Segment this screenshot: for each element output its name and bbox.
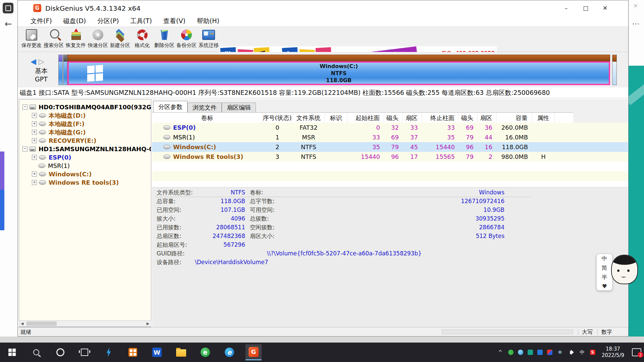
- tray-netdisk-icon[interactable]: [537, 350, 543, 355]
- table-row-2[interactable]: Windows(C:)2NTFS357945154409616118.0GB: [152, 142, 628, 152]
- disk-info-bar: 磁盘1 接口:SATA 型号:SAMSUNGMZNLN128HAHQ-000H1…: [18, 87, 628, 98]
- tree-item-6[interactable]: +ESP(0): [32, 153, 71, 162]
- partition-icon: [39, 155, 46, 160]
- column-header-5[interactable]: 磁头: [384, 113, 403, 123]
- maximize-button[interactable]: □: [576, 0, 595, 16]
- column-header-11[interactable]: 属性: [532, 113, 555, 123]
- tab-2[interactable]: 扇区编辑: [222, 103, 256, 112]
- tree-item-5[interactable]: −HD1:SAMSUNGMZNLN128HAHQ-000: [22, 145, 151, 153]
- task-view-icon[interactable]: [76, 344, 93, 360]
- tree-expander-icon[interactable]: −: [22, 146, 28, 152]
- column-header-8[interactable]: 磁头: [459, 113, 478, 123]
- menu-item-0[interactable]: 文件(F): [31, 17, 52, 25]
- column-header-4[interactable]: 起始柱面: [347, 113, 384, 123]
- minimize-button[interactable]: –: [556, 0, 576, 16]
- tree-item-3[interactable]: +本地磁盘(G:): [32, 128, 86, 136]
- tab-1[interactable]: 浏览文件: [187, 103, 222, 112]
- back-arrow-icon[interactable]: ←: [5, 19, 12, 29]
- menu-item-4[interactable]: 查看(V): [163, 17, 185, 25]
- toolbar-button-3[interactable]: 快速分区: [87, 28, 109, 51]
- column-header-6[interactable]: 扇区: [403, 113, 422, 123]
- partition-block-msr[interactable]: [63, 55, 67, 85]
- edge-browser-icon[interactable]: e: [221, 344, 237, 360]
- tree-item-9[interactable]: +Windows RE tools(3): [32, 178, 119, 187]
- tree-item-1[interactable]: +本地磁盘(D:): [32, 111, 86, 120]
- tray-qq-icon[interactable]: [518, 350, 523, 355]
- close-button[interactable]: ✕: [595, 0, 615, 16]
- cortana-icon[interactable]: [52, 344, 68, 360]
- column-header-7[interactable]: 终止柱面: [422, 113, 459, 123]
- column-header-0[interactable]: 卷标: [152, 113, 263, 123]
- partition-block-esp[interactable]: [58, 55, 63, 85]
- tree-item-0[interactable]: −HD0:TOSHIBAMQ04ABF100(932GB): [22, 103, 151, 111]
- tree-item-8[interactable]: +Windows(C:): [32, 170, 92, 178]
- toolbar-button-4[interactable]: 新建分区: [109, 28, 131, 51]
- lightning-app-icon[interactable]: [101, 344, 117, 360]
- background-close-icon[interactable]: ✕: [633, 3, 638, 9]
- tray-volume-icon[interactable]: [568, 349, 575, 356]
- tray-teal-icon[interactable]: [528, 350, 533, 355]
- toolbar-button-7[interactable]: 备份分区: [175, 28, 198, 51]
- tree-item-4[interactable]: +RECOVERY(E:): [32, 136, 96, 145]
- detail-value: 28068511: [195, 224, 245, 231]
- diskgenius-taskbar-icon[interactable]: G: [246, 344, 262, 360]
- scroll-left-icon[interactable]: ◀: [19, 321, 25, 326]
- notification-center-icon[interactable]: 2: [632, 348, 641, 356]
- menu-item-5[interactable]: 帮助(H): [197, 17, 219, 25]
- column-header-1[interactable]: 序号(状态): [263, 113, 292, 123]
- tray-green-icon[interactable]: [508, 350, 514, 355]
- tab-0[interactable]: 分区参数: [153, 101, 187, 112]
- ime-toolbar[interactable]: 中简半♥: [596, 254, 612, 291]
- table-row-1[interactable]: MSR(1)1MSR33693735794416.0MB: [152, 132, 628, 142]
- tree-item-7[interactable]: MSR(1): [32, 162, 70, 170]
- tray-red-blue-icon[interactable]: [547, 350, 552, 355]
- tree-expander-icon[interactable]: +: [32, 180, 37, 185]
- taskbar-clock[interactable]: 18:37 2022/5/9: [602, 346, 624, 359]
- partition-block-re-tools[interactable]: [612, 55, 617, 85]
- more-icon[interactable]: ⋯: [632, 19, 639, 28]
- partition-block-windows-c[interactable]: Windows(C:) NTFS 118.0GB: [67, 55, 610, 85]
- menu-item-3[interactable]: 工具(T): [130, 17, 152, 25]
- tree-item-2[interactable]: +本地磁盘(F:): [32, 120, 85, 128]
- toolbar-button-2[interactable]: 恢复文件: [65, 28, 87, 51]
- tree-horizontal-scrollbar[interactable]: ◀ ▶: [19, 320, 151, 327]
- tree-expander-icon[interactable]: +: [32, 113, 37, 118]
- start-button[interactable]: [4, 344, 20, 360]
- toolbar-button-8[interactable]: 系统迁移: [198, 28, 220, 51]
- toolbar-button-5[interactable]: 格式化: [131, 28, 153, 51]
- tree-expander-icon[interactable]: −: [22, 105, 28, 110]
- tray-sogou-icon[interactable]: S: [590, 350, 595, 355]
- tree-expander-icon[interactable]: +: [32, 155, 37, 160]
- scrollbar-thumb[interactable]: [26, 321, 57, 326]
- taskbar-search-icon[interactable]: [28, 344, 44, 360]
- menu-item-2[interactable]: 分区(P): [97, 17, 119, 25]
- tree-expander-icon[interactable]: +: [32, 138, 37, 143]
- store-app-icon[interactable]: [125, 344, 141, 360]
- column-header-2[interactable]: 文件系统: [292, 113, 325, 123]
- table-row-0[interactable]: ESP(0)0FAT3203233336936260.0MB: [152, 123, 628, 132]
- column-header-10[interactable]: 容量: [496, 113, 532, 123]
- column-header-3[interactable]: 标识: [325, 113, 347, 123]
- tray-ime-zh-icon[interactable]: 中: [579, 349, 586, 356]
- tree-expander-icon[interactable]: +: [32, 121, 37, 126]
- tray-expand-icon[interactable]: ^: [497, 349, 504, 356]
- menu-item-1[interactable]: 磁盘(D): [63, 17, 86, 25]
- prev-disk-arrow-icon[interactable]: ◀: [31, 57, 36, 66]
- next-disk-arrow-icon[interactable]: ▷: [39, 57, 44, 66]
- green-browser-icon[interactable]: e: [197, 344, 213, 360]
- partition-icon: [163, 155, 170, 159]
- tree-expander-icon[interactable]: +: [32, 172, 37, 177]
- toolbar-button-6[interactable]: 删除分区: [153, 28, 175, 51]
- backup-partition-icon: [180, 28, 193, 42]
- details-row: 簇大小:4096总簇数:30935295: [152, 215, 628, 222]
- toolbar-button-1[interactable]: 搜索分区: [43, 28, 65, 51]
- toolbar-button-0[interactable]: 保存更改: [20, 28, 43, 51]
- scroll-right-icon[interactable]: ▶: [145, 321, 151, 326]
- tray-snowflake-icon[interactable]: ❄: [557, 349, 564, 356]
- column-header-9[interactable]: 扇区: [478, 113, 496, 123]
- tree-expander-icon[interactable]: +: [32, 130, 37, 135]
- file-explorer-icon[interactable]: [173, 344, 189, 360]
- table-row-3[interactable]: Windows RE tools(3)3NTFS1544096171556579…: [152, 152, 628, 162]
- toolbar-button-label: 保存更改: [21, 42, 42, 49]
- word-app-icon[interactable]: W: [149, 344, 165, 360]
